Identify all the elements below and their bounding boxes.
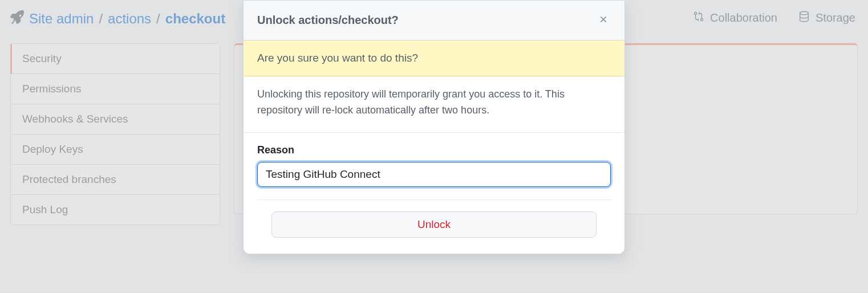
modal-title: Unlock actions/checkout?: [257, 14, 399, 27]
close-button[interactable]: [596, 12, 611, 29]
modal-warning: Are you sure you want to do this?: [244, 40, 624, 76]
divider: [257, 200, 611, 200]
reason-input[interactable]: [257, 162, 611, 187]
close-icon: [598, 18, 609, 26]
reason-label: Reason: [257, 144, 611, 156]
modal-description: Unlocking this repository will temporari…: [257, 87, 611, 119]
unlock-modal: Unlock actions/checkout? Are you sure yo…: [243, 0, 625, 254]
unlock-button[interactable]: Unlock: [271, 211, 597, 238]
